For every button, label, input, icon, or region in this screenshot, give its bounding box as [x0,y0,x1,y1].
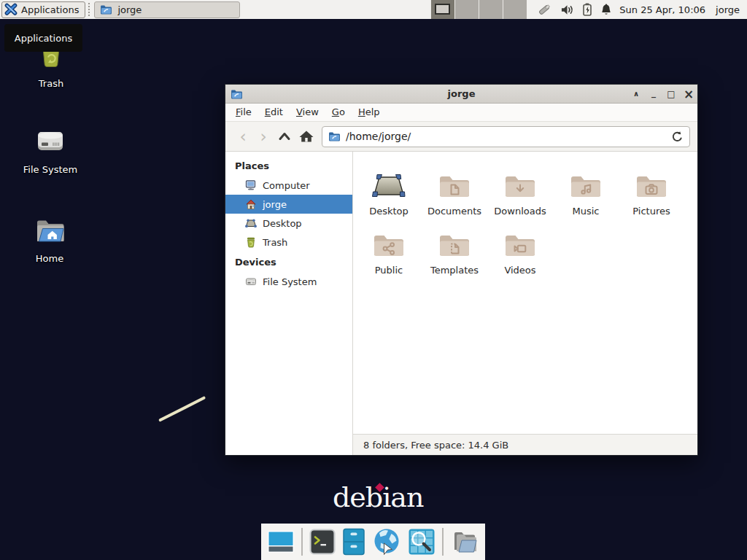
menu-file[interactable]: File [229,104,258,121]
workspace-3[interactable] [479,0,503,19]
sidebar-item-file-system[interactable]: File System [225,272,352,291]
file-label: Documents [427,206,481,217]
desktop: Applications jorge [0,0,747,560]
file-item-videos[interactable]: Videos [487,222,553,276]
sidebar-item-jorge[interactable]: jorge [225,195,352,214]
workspace-4[interactable] [503,0,527,19]
sidebar-item-label: Desktop [263,218,302,229]
menu-edit[interactable]: Edit [258,104,290,121]
top-panel: Applications jorge [0,0,747,19]
terminal-icon [309,529,336,555]
file-manager-launcher[interactable] [342,528,365,556]
menu-help[interactable]: Help [352,104,387,121]
file-item-templates[interactable]: Templates [422,222,487,276]
taskbar-handle[interactable] [88,3,92,16]
window-controls: ∧ _ □ × [627,85,697,103]
volume-icon[interactable] [560,4,574,16]
show-desktop-icon [267,529,295,554]
globe-browser-icon [372,527,401,556]
directory-menu-button[interactable] [450,529,479,554]
file-pane[interactable]: Desktop Documents [353,152,697,434]
statusbar: 8 folders, Free space: 14.4 GiB [353,434,697,455]
clock[interactable]: Sun 25 Apr, 10:06 [619,4,705,15]
menu-view[interactable]: View [290,104,325,121]
file-label: Pictures [632,206,670,217]
file-label: Public [375,265,403,276]
terminal-launcher[interactable] [309,529,336,555]
reload-icon[interactable] [671,131,684,143]
stray-line-artifact [158,396,206,422]
main-column: Desktop Documents [353,152,697,455]
menubar: File Edit View Go Help [225,104,697,122]
workspace-window-preview [435,4,450,15]
app-finder-launcher[interactable] [408,528,436,556]
debian-logo: debian [333,481,423,513]
folder-stack-icon [450,529,479,554]
dock-panel [261,524,485,560]
workspace-2[interactable] [454,0,479,19]
workspace-switcher [430,0,527,19]
taskbar-window-label: jorge [117,4,142,15]
applications-menu-label: Applications [21,4,79,15]
desktop-icon-file-system[interactable]: File System [5,122,96,175]
toolbar: ‹ › /home/jorge/ [225,122,697,152]
close-button[interactable]: × [680,85,697,103]
file-item-documents[interactable]: Documents [422,163,487,217]
back-button[interactable]: ‹ [233,129,253,144]
drive-icon [33,122,68,159]
computer-icon [245,179,257,191]
path-input[interactable]: /home/jorge/ [346,131,666,142]
sidebar-item-label: File System [263,276,317,287]
home-button[interactable] [295,129,317,144]
desktop-icon [371,169,406,201]
user-menu[interactable]: jorge [716,4,740,15]
desktop-icon-label: File System [23,164,77,175]
window-title: jorge [225,88,697,99]
folder-videos-icon [503,231,538,260]
path-bar[interactable]: /home/jorge/ [322,126,690,147]
desktop-icon-home[interactable]: Home [4,216,95,264]
window-body: Places Computer [225,152,697,455]
up-button[interactable] [274,129,295,144]
file-item-public[interactable]: Public [356,222,422,276]
sidebar: Places Computer [225,152,353,455]
taskbar-window-button[interactable]: jorge [94,1,240,18]
file-item-music[interactable]: Music [553,163,619,217]
sidebar-item-computer[interactable]: Computer [225,176,352,195]
file-cabinet-icon [342,528,365,556]
dock-separator [442,528,444,556]
titlebar[interactable]: jorge ∧ _ □ × [225,85,697,104]
applications-tooltip: Applications [4,24,82,52]
menu-go[interactable]: Go [325,104,352,121]
show-desktop-button[interactable] [267,529,295,554]
forward-button[interactable]: › [253,129,274,144]
notifications-bell-icon[interactable] [600,3,612,16]
sidebar-item-label: Computer [263,180,310,191]
file-label: Desktop [369,206,409,217]
battery-charging-icon[interactable] [582,3,592,16]
web-browser-launcher[interactable] [372,527,401,556]
file-item-pictures[interactable]: Pictures [619,163,684,217]
drive-icon [245,276,257,287]
minimize-button[interactable]: _ [645,84,662,101]
statusbar-text: 8 folders, Free space: 14.4 GiB [363,440,508,451]
sidebar-item-desktop[interactable]: Desktop [225,214,352,233]
file-item-desktop[interactable]: Desktop [356,163,422,217]
desktop-icon [245,217,257,229]
user-home-icon [245,198,257,210]
trash-icon [245,236,257,248]
workspace-1[interactable] [430,0,454,19]
sidebar-item-label: Trash [263,237,287,248]
sidebar-header-places: Places [225,155,352,176]
folder-public-icon [371,231,406,260]
folder-templates-icon [437,231,472,260]
xfce-logo-icon [4,3,18,16]
sidebar-item-trash[interactable]: Trash [225,233,352,252]
home-folder-icon [32,216,67,248]
file-item-downloads[interactable]: Downloads [487,163,553,217]
maximize-button[interactable]: □ [662,85,680,103]
input-device-icon[interactable] [537,3,552,16]
file-label: Videos [504,265,535,276]
shade-button[interactable]: ∧ [627,85,645,103]
applications-menu-button[interactable]: Applications [1,1,85,18]
